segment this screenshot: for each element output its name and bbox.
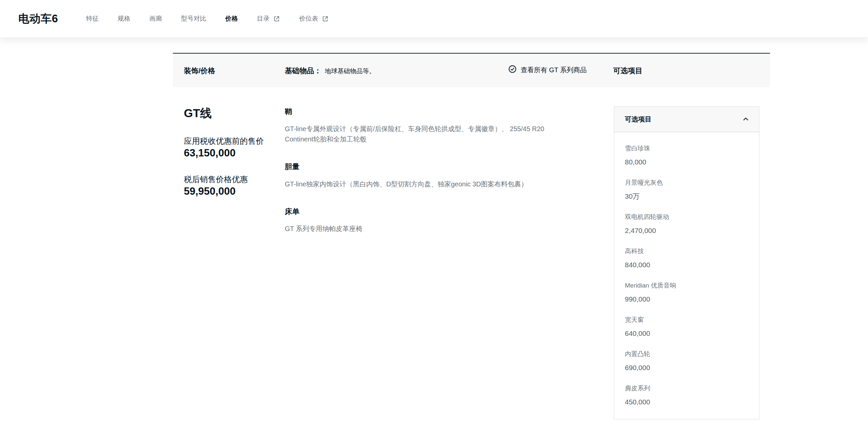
- column-header-trim-price: 装饰/价格: [184, 66, 215, 76]
- option-price: 80,000: [625, 157, 750, 167]
- chevron-up-icon: [742, 115, 750, 123]
- option-name: 月景哑光灰色: [625, 178, 750, 187]
- feature-group-title: 胆量: [285, 162, 300, 172]
- tab-price[interactable]: 价格: [225, 14, 238, 23]
- option-name: 双电机四轮驱动: [625, 213, 750, 221]
- option-item: 月景哑光灰色 30万: [625, 178, 750, 201]
- option-price: 640,000: [625, 328, 750, 338]
- view-all-gt-products-link[interactable]: 查看所有 GT 系列商品: [508, 65, 587, 75]
- option-name: 雪白珍珠: [625, 144, 750, 153]
- trim-name: GT线: [184, 105, 212, 121]
- option-price: 690,000: [625, 363, 750, 373]
- external-link-icon: [322, 15, 329, 22]
- check-circle-icon: [508, 65, 517, 75]
- option-name: 宽天窗: [625, 316, 750, 324]
- option-item: Meridian 优质音响 990,000: [625, 281, 750, 304]
- option-item: 麂皮系列 450,000: [625, 384, 750, 407]
- option-price: 450,000: [625, 397, 750, 407]
- option-name: 内置凸轮: [625, 350, 750, 358]
- option-item: 高科技 840,000: [625, 247, 750, 270]
- pricing-section: 装饰/价格 基础物品： 地球基础物品等。 查看所有 GT 系列商品 可选项目 G…: [173, 53, 770, 426]
- external-link-icon: [273, 15, 280, 22]
- main-nav: 特征 规格 画廊 型号对比 价格 目录 价位表: [86, 14, 329, 23]
- price-after-tax-label: 税后销售价格优惠: [184, 174, 248, 185]
- options-panel-title: 可选项目: [625, 115, 651, 124]
- top-navigation-bar: 电动车6 特征 规格 画廊 型号对比 价格 目录 价位表: [0, 0, 868, 38]
- tab-features[interactable]: 特征: [86, 14, 99, 23]
- pricing-table-body: GT线 应用税收优惠前的售价 63,150,000 税后销售价格优惠 59,95…: [173, 87, 770, 426]
- option-price: 990,000: [625, 294, 750, 304]
- tab-gallery[interactable]: 画廊: [149, 14, 162, 23]
- option-price: 30万: [625, 191, 750, 201]
- option-item: 内置凸轮 690,000: [625, 350, 750, 373]
- options-list: 雪白珍珠 80,000 月景哑光灰色 30万 双电机四轮驱动 2,470,000…: [614, 132, 759, 407]
- option-name: Meridian 优质音响: [625, 281, 750, 290]
- option-item: 宽天窗 640,000: [625, 316, 750, 338]
- option-price: 840,000: [625, 260, 750, 270]
- option-item: 双电机四轮驱动 2,470,000: [625, 213, 750, 236]
- pricing-table-header: 装饰/价格 基础物品： 地球基础物品等。 查看所有 GT 系列商品 可选项目: [173, 53, 770, 87]
- tab-specs[interactable]: 规格: [118, 14, 130, 23]
- feature-group-desc: GT-line专属外观设计（专属前/后保险杠、车身同色轮拱成型、专属徽章）、 2…: [285, 124, 567, 144]
- price-before-tax-value: 63,150,000: [184, 147, 236, 159]
- option-name: 高科技: [625, 247, 750, 256]
- options-panel: 可选项目 雪白珍珠 80,000 月景哑光灰色 30万 双电机四轮驱动: [614, 106, 760, 419]
- option-price: 2,470,000: [625, 226, 750, 236]
- option-name: 麂皮系列: [625, 384, 750, 393]
- tab-price-list[interactable]: 价位表: [299, 14, 329, 23]
- option-item: 雪白珍珠 80,000: [625, 144, 750, 167]
- column-header-options: 可选项目: [613, 66, 643, 76]
- price-after-tax-value: 59,950,000: [184, 185, 236, 197]
- tab-model-compare[interactable]: 型号对比: [181, 14, 206, 23]
- feature-group-title: 床单: [285, 207, 300, 217]
- feature-group-desc: GT-line独家内饰设计（黑白内饰、D型切割方向盘、独家geonic 3D图案…: [285, 179, 567, 189]
- price-before-tax-label: 应用税收优惠前的售价: [184, 136, 264, 146]
- tab-catalog[interactable]: 目录: [257, 14, 280, 23]
- feature-group-title: 鞘: [285, 107, 292, 117]
- column-header-base-items: 基础物品： 地球基础物品等。: [285, 66, 375, 76]
- feature-group-desc: GT 系列专用纳帕皮革座椅: [285, 224, 567, 234]
- site-logo[interactable]: 电动车6: [18, 11, 58, 26]
- options-accordion-toggle[interactable]: 可选项目: [614, 106, 759, 132]
